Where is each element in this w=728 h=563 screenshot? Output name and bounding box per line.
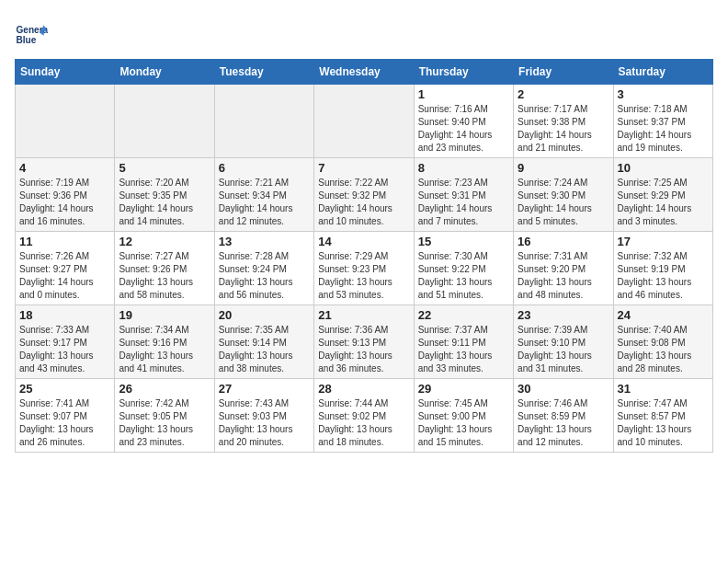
calendar-cell: 24Sunrise: 7:40 AM Sunset: 9:08 PM Dayli… <box>613 305 712 379</box>
calendar-cell: 15Sunrise: 7:30 AM Sunset: 9:22 PM Dayli… <box>414 232 513 305</box>
day-number: 23 <box>518 308 609 322</box>
calendar-cell: 28Sunrise: 7:44 AM Sunset: 9:02 PM Dayli… <box>314 379 414 453</box>
calendar-cell: 7Sunrise: 7:22 AM Sunset: 9:32 PM Daylig… <box>314 158 414 232</box>
logo: General Blue <box>15 18 51 52</box>
day-info: Sunrise: 7:16 AM Sunset: 9:40 PM Dayligh… <box>418 103 509 155</box>
day-info: Sunrise: 7:45 AM Sunset: 9:00 PM Dayligh… <box>418 397 509 449</box>
calendar-cell: 22Sunrise: 7:37 AM Sunset: 9:11 PM Dayli… <box>414 305 513 379</box>
calendar-cell: 1Sunrise: 7:16 AM Sunset: 9:40 PM Daylig… <box>414 85 513 158</box>
calendar-cell <box>115 85 214 158</box>
day-number: 9 <box>518 161 609 175</box>
day-info: Sunrise: 7:30 AM Sunset: 9:22 PM Dayligh… <box>418 250 509 302</box>
day-info: Sunrise: 7:17 AM Sunset: 9:38 PM Dayligh… <box>518 103 609 155</box>
day-info: Sunrise: 7:40 AM Sunset: 9:08 PM Dayligh… <box>618 324 709 375</box>
day-number: 5 <box>119 161 210 175</box>
day-info: Sunrise: 7:19 AM Sunset: 9:36 PM Dayligh… <box>19 177 110 228</box>
week-row-4: 18Sunrise: 7:33 AM Sunset: 9:17 PM Dayli… <box>16 305 713 379</box>
day-info: Sunrise: 7:24 AM Sunset: 9:30 PM Dayligh… <box>518 177 609 228</box>
day-info: Sunrise: 7:29 AM Sunset: 9:23 PM Dayligh… <box>318 250 409 302</box>
calendar-cell <box>214 85 313 158</box>
day-number: 2 <box>518 87 609 101</box>
day-number: 1 <box>418 87 509 101</box>
day-number: 11 <box>19 235 110 248</box>
day-info: Sunrise: 7:44 AM Sunset: 9:02 PM Dayligh… <box>318 397 409 449</box>
week-row-3: 11Sunrise: 7:26 AM Sunset: 9:27 PM Dayli… <box>16 232 713 305</box>
calendar-cell <box>16 85 115 158</box>
logo-icon: General Blue <box>15 18 48 52</box>
calendar-cell: 10Sunrise: 7:25 AM Sunset: 9:29 PM Dayli… <box>613 158 712 232</box>
header-sunday: Sunday <box>16 60 115 85</box>
day-number: 22 <box>418 308 509 322</box>
calendar-cell: 21Sunrise: 7:36 AM Sunset: 9:13 PM Dayli… <box>314 305 414 379</box>
calendar-cell: 12Sunrise: 7:27 AM Sunset: 9:26 PM Dayli… <box>115 232 214 305</box>
calendar-cell: 18Sunrise: 7:33 AM Sunset: 9:17 PM Dayli… <box>16 305 115 379</box>
day-number: 30 <box>518 382 609 396</box>
calendar-cell: 4Sunrise: 7:19 AM Sunset: 9:36 PM Daylig… <box>16 158 115 232</box>
calendar-cell: 23Sunrise: 7:39 AM Sunset: 9:10 PM Dayli… <box>514 305 613 379</box>
day-info: Sunrise: 7:43 AM Sunset: 9:03 PM Dayligh… <box>219 397 310 449</box>
day-info: Sunrise: 7:22 AM Sunset: 9:32 PM Dayligh… <box>318 177 409 228</box>
day-info: Sunrise: 7:47 AM Sunset: 8:57 PM Dayligh… <box>618 397 709 449</box>
day-number: 20 <box>219 308 310 322</box>
day-info: Sunrise: 7:28 AM Sunset: 9:24 PM Dayligh… <box>219 250 310 302</box>
day-number: 4 <box>19 161 110 175</box>
calendar-cell: 8Sunrise: 7:23 AM Sunset: 9:31 PM Daylig… <box>414 158 513 232</box>
day-number: 6 <box>219 161 310 175</box>
day-number: 19 <box>119 308 210 322</box>
day-number: 15 <box>418 235 509 248</box>
day-number: 25 <box>19 382 110 396</box>
day-number: 16 <box>518 235 609 248</box>
header-monday: Monday <box>115 60 214 85</box>
week-row-2: 4Sunrise: 7:19 AM Sunset: 9:36 PM Daylig… <box>16 158 713 232</box>
day-number: 26 <box>119 382 210 396</box>
calendar-header-row: SundayMondayTuesdayWednesdayThursdayFrid… <box>16 60 713 85</box>
header-tuesday: Tuesday <box>214 60 313 85</box>
day-number: 29 <box>418 382 509 396</box>
day-number: 18 <box>19 308 110 322</box>
day-info: Sunrise: 7:23 AM Sunset: 9:31 PM Dayligh… <box>418 177 509 228</box>
calendar-cell: 20Sunrise: 7:35 AM Sunset: 9:14 PM Dayli… <box>214 305 313 379</box>
calendar-cell: 11Sunrise: 7:26 AM Sunset: 9:27 PM Dayli… <box>16 232 115 305</box>
calendar-table: SundayMondayTuesdayWednesdayThursdayFrid… <box>15 59 713 453</box>
day-info: Sunrise: 7:31 AM Sunset: 9:20 PM Dayligh… <box>518 250 609 302</box>
day-info: Sunrise: 7:34 AM Sunset: 9:16 PM Dayligh… <box>119 324 210 375</box>
day-number: 7 <box>318 161 409 175</box>
day-info: Sunrise: 7:32 AM Sunset: 9:19 PM Dayligh… <box>618 250 709 302</box>
calendar-cell: 13Sunrise: 7:28 AM Sunset: 9:24 PM Dayli… <box>214 232 313 305</box>
week-row-5: 25Sunrise: 7:41 AM Sunset: 9:07 PM Dayli… <box>16 379 713 453</box>
header-friday: Friday <box>514 60 613 85</box>
day-info: Sunrise: 7:26 AM Sunset: 9:27 PM Dayligh… <box>19 250 110 302</box>
calendar-cell: 19Sunrise: 7:34 AM Sunset: 9:16 PM Dayli… <box>115 305 214 379</box>
day-number: 17 <box>618 235 709 248</box>
calendar-cell: 5Sunrise: 7:20 AM Sunset: 9:35 PM Daylig… <box>115 158 214 232</box>
day-info: Sunrise: 7:37 AM Sunset: 9:11 PM Dayligh… <box>418 324 509 375</box>
calendar-cell: 3Sunrise: 7:18 AM Sunset: 9:37 PM Daylig… <box>613 85 712 158</box>
day-info: Sunrise: 7:41 AM Sunset: 9:07 PM Dayligh… <box>19 397 110 449</box>
day-number: 27 <box>219 382 310 396</box>
day-number: 28 <box>318 382 409 396</box>
week-row-1: 1Sunrise: 7:16 AM Sunset: 9:40 PM Daylig… <box>16 85 713 158</box>
calendar-cell: 16Sunrise: 7:31 AM Sunset: 9:20 PM Dayli… <box>514 232 613 305</box>
day-number: 14 <box>318 235 409 248</box>
day-info: Sunrise: 7:46 AM Sunset: 8:59 PM Dayligh… <box>518 397 609 449</box>
header-thursday: Thursday <box>414 60 513 85</box>
day-info: Sunrise: 7:35 AM Sunset: 9:14 PM Dayligh… <box>219 324 310 375</box>
day-number: 10 <box>618 161 709 175</box>
calendar-cell: 29Sunrise: 7:45 AM Sunset: 9:00 PM Dayli… <box>414 379 513 453</box>
day-number: 31 <box>618 382 709 396</box>
calendar-cell <box>314 85 414 158</box>
day-info: Sunrise: 7:33 AM Sunset: 9:17 PM Dayligh… <box>19 324 110 375</box>
calendar-cell: 2Sunrise: 7:17 AM Sunset: 9:38 PM Daylig… <box>514 85 613 158</box>
day-info: Sunrise: 7:42 AM Sunset: 9:05 PM Dayligh… <box>119 397 210 449</box>
day-info: Sunrise: 7:27 AM Sunset: 9:26 PM Dayligh… <box>119 250 210 302</box>
day-info: Sunrise: 7:20 AM Sunset: 9:35 PM Dayligh… <box>119 177 210 228</box>
calendar-cell: 14Sunrise: 7:29 AM Sunset: 9:23 PM Dayli… <box>314 232 414 305</box>
calendar-cell: 17Sunrise: 7:32 AM Sunset: 9:19 PM Dayli… <box>613 232 712 305</box>
header-wednesday: Wednesday <box>314 60 414 85</box>
day-number: 8 <box>418 161 509 175</box>
calendar-cell: 25Sunrise: 7:41 AM Sunset: 9:07 PM Dayli… <box>16 379 115 453</box>
calendar-cell: 6Sunrise: 7:21 AM Sunset: 9:34 PM Daylig… <box>214 158 313 232</box>
calendar-cell: 26Sunrise: 7:42 AM Sunset: 9:05 PM Dayli… <box>115 379 214 453</box>
day-number: 24 <box>618 308 709 322</box>
calendar-cell: 27Sunrise: 7:43 AM Sunset: 9:03 PM Dayli… <box>214 379 313 453</box>
